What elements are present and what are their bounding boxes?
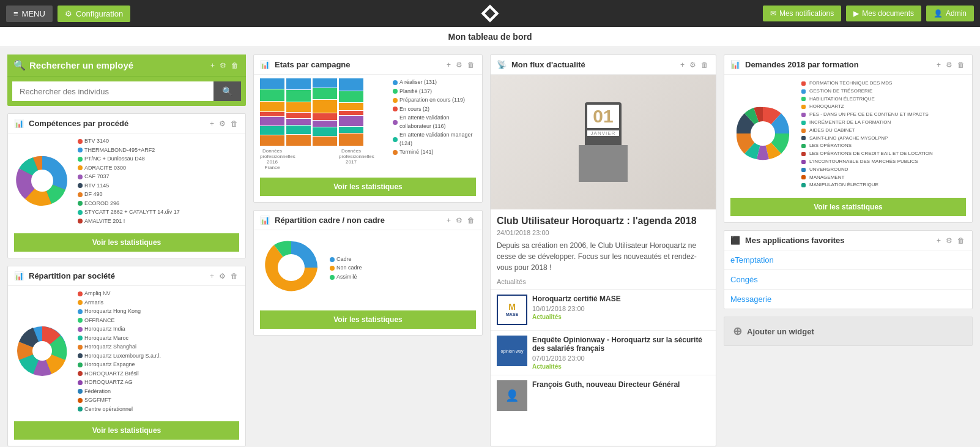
demandes-trash-btn[interactable]: 🗑 [956,61,966,69]
fav-app-etemptation[interactable]: eTemptation [724,250,972,270]
navbar-right: ✉ Mes notifications ▶ Mes documents 👤 Ad… [763,6,974,21]
news-thumb-opinion: opinion way [497,336,527,366]
societe-add-btn[interactable]: + [209,272,215,280]
chart-icon-demandes: 📊 [730,60,740,69]
fav-apps-list: eTemptation Congés Messagerie [724,250,972,309]
demandes-chart-area: FORMATION TECHNIQUE DES MDS GESTION DE T… [724,75,972,194]
cadre-pie-chart [258,234,325,303]
etats-trash-btn[interactable]: 🗑 [466,61,476,69]
societe-stats-btn[interactable]: Voir les statistiques [14,421,239,440]
competences-gear-btn[interactable]: ⚙ [218,119,227,128]
share-icon: ⬛ [730,236,740,245]
notifications-label: Mes notifications [779,9,834,18]
flux-header: 📡 Mon flux d'actualité + ⚙ 🗑 [491,55,716,75]
etats-legend: A réaliser (131) Planifié (137) Préparat… [393,78,478,157]
societe-gear-btn[interactable]: ⚙ [218,272,227,280]
news-item-2[interactable]: opinion way Enquête Opinionway - Horoqua… [491,330,716,375]
competences-stats-btn[interactable]: Voir les statistiques [14,233,239,252]
competences-legend: BTV 3140 THERMALBOND-495+ARF2 PT/NC + Du… [78,137,180,226]
demandes-add-btn[interactable]: + [935,61,942,69]
notifications-button[interactable]: ✉ Mes notifications [763,6,841,21]
etats-gear-btn[interactable]: ⚙ [455,61,464,69]
repartition-societe-chart-area: Ampliq NV Armaris Horoquartz Hong Kong O… [8,286,245,418]
fav-trash-btn[interactable]: 🗑 [956,236,966,245]
chart-icon-competences: 📊 [14,119,24,128]
repartition-cadre-widget: 📊 Répartition cadre / non cadre + ⚙ 🗑 [253,210,483,336]
admin-button[interactable]: 👤 Admin [926,6,974,21]
svg-point-5 [32,341,52,361]
search-widget: 🔍 Rechercher un employé + ⚙ 🗑 🔍 [7,54,246,106]
config-button[interactable]: ⚙ Configuration [58,6,130,22]
competences-trash-btn[interactable]: 🗑 [229,119,239,128]
search-input[interactable] [12,81,213,101]
etats-add-btn[interactable]: + [445,61,452,69]
search-add-btn[interactable]: + [209,61,216,70]
etats-stats-btn[interactable]: Voir les statistiques [260,178,476,196]
cadre-stats-btn[interactable]: Voir les statistiques [260,310,476,329]
flux-gear-btn[interactable]: ⚙ [688,61,697,69]
news-item-3[interactable]: 👤 François Guth, nouveau Directeur Génér… [491,375,716,416]
fav-app-conges[interactable]: Congés [724,270,972,290]
logo-icon [479,2,501,24]
flux-add-btn[interactable]: + [679,61,686,69]
svg-point-7 [751,121,775,146]
fav-add-btn[interactable]: + [935,236,942,245]
societe-footer: Voir les statistiques [8,418,245,446]
news-item-1-category: Actualités [532,314,710,320]
fav-app-messagerie[interactable]: Messagerie [724,290,972,309]
demandes-gear-btn[interactable]: ⚙ [945,61,954,69]
add-widget-card[interactable]: ⊕ Ajouter un widget [724,317,973,346]
cadre-gear-btn[interactable]: ⚙ [455,216,464,225]
demandes-pie-chart [729,100,796,169]
news-thumb-mase: M MASE [497,295,527,325]
navbar-center [479,2,501,24]
news-item-3-title: François Guth, nouveau Directeur Général [532,380,710,389]
documents-button[interactable]: ▶ Mes documents [846,6,921,21]
col-left: 🔍 Rechercher un employé + ⚙ 🗑 🔍 📊 Compét… [7,54,246,446]
col-center: 📊 Etats par campagne + ⚙ 🗑 [253,54,483,446]
demandes-footer: Voir les statistiques [724,194,972,222]
svg-point-3 [31,170,53,192]
etats-header: 📊 Etats par campagne + ⚙ 🗑 [254,55,482,75]
societe-trash-btn[interactable]: 🗑 [229,272,239,280]
search-widget-actions: + ⚙ 🗑 [209,61,240,70]
documents-label: Mes documents [862,9,914,18]
col-right: 📊 Demandes 2018 par formation + ⚙ 🗑 [724,54,973,446]
cog-icon: ⚙ [65,9,72,18]
search-widget-header: 🔍 Rechercher un employé + ⚙ 🗑 [7,54,246,77]
etats-widget: 📊 Etats par campagne + ⚙ 🗑 [253,54,483,203]
news-item-1[interactable]: M MASE Horoquartz certifié MASE 10/01/20… [491,289,716,330]
competences-add-btn[interactable]: + [209,119,215,128]
news-item-3-content: François Guth, nouveau Directeur Général [532,380,710,411]
news-main-image: 01 JANVIER [491,75,716,209]
mail-icon: ✉ [770,9,776,18]
competences-chart-area: BTV 3140 THERMALBOND-495+ARF2 PT/NC + Du… [8,133,245,230]
news-main-category: Actualités [491,278,716,289]
demandes-actions: + ⚙ 🗑 [935,61,966,69]
repartition-societe-title: Répartition par société [29,271,205,280]
svg-point-6 [278,254,305,281]
news-main-date: 24/01/2018 23:00 [491,229,716,240]
repartition-societe-widget: 📊 Répartition par société + ⚙ 🗑 [7,266,246,446]
demandes-header: 📊 Demandes 2018 par formation + ⚙ 🗑 [724,55,972,75]
competences-title: Compétences par procédé [29,119,205,128]
competences-footer: Voir les statistiques [8,230,245,258]
cadre-trash-btn[interactable]: 🗑 [466,216,476,225]
chart-icon-cadre: 📊 [260,216,270,225]
repartition-cadre-chart-area: Cadre Non cadre Assimilé [254,230,482,307]
news-main-excerpt: Depuis sa création en 2006, le Club Util… [491,240,716,278]
search-trash-btn[interactable]: 🗑 [230,61,240,70]
fav-apps-widget: ⬛ Mes applications favorites + ⚙ 🗑 eTemp… [724,230,973,309]
fav-apps-actions: + ⚙ 🗑 [935,236,966,245]
cadre-add-btn[interactable]: + [445,216,452,225]
flux-trash-btn[interactable]: 🗑 [700,61,710,69]
demandes-stats-btn[interactable]: Voir les statistiques [730,198,966,216]
search-submit-btn[interactable]: 🔍 [213,81,241,101]
main-content: 🔍 Rechercher un employé + ⚙ 🗑 🔍 📊 Compét… [0,47,980,447]
cadre-legend: Cadre Non cadre Assimilé [330,255,362,282]
menu-label: MENU [22,9,45,18]
fav-gear-btn[interactable]: ⚙ [945,236,954,245]
competences-actions: + ⚙ 🗑 [209,119,239,128]
search-gear-btn[interactable]: ⚙ [218,61,228,70]
menu-button[interactable]: ≡ MENU [6,6,53,22]
